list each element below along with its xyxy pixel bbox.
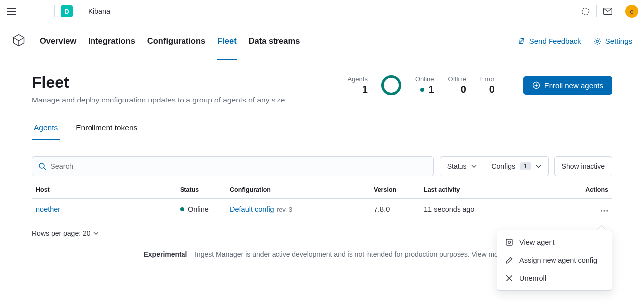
menu-assign-config[interactable]: Assign new agent config — [497, 251, 612, 258]
settings-link[interactable]: Settings — [593, 37, 632, 45]
nav-tab-overview[interactable]: Overview — [40, 34, 76, 48]
hamburger-menu[interactable] — [6, 5, 18, 17]
nav-tab-integrations[interactable]: Integrations — [88, 34, 135, 48]
enroll-button-label: Enroll new agents — [544, 81, 603, 90]
show-inactive-button[interactable]: Show inactive — [554, 156, 612, 176]
sub-tab-agents[interactable]: Agents — [32, 119, 60, 140]
menu-view-agent[interactable]: View agent — [497, 233, 612, 251]
version-cell: 7.8.0 — [370, 199, 420, 221]
space-letter: D — [64, 8, 69, 15]
nav-tab-data-streams[interactable]: Data streams — [249, 34, 300, 48]
stat-online: Online 1 — [415, 75, 434, 95]
actions-context-menu: View agent Assign new agent config Unenr… — [497, 230, 612, 258]
page-description: Manage and deploy configuration updates … — [32, 96, 287, 104]
app-icon — [12, 33, 28, 49]
settings-label: Settings — [605, 37, 632, 45]
inspect-icon — [505, 238, 513, 246]
send-feedback-link[interactable]: Send Feedback — [518, 37, 581, 45]
enroll-button[interactable]: Enroll new agents — [523, 76, 612, 95]
sub-tab-enrollment-tokens[interactable]: Enrollment tokens — [74, 119, 139, 140]
col-actions: Actions — [546, 180, 612, 199]
svg-rect-6 — [604, 210, 605, 212]
search-input[interactable] — [50, 162, 427, 170]
configs-filter[interactable]: Configs 1 — [484, 156, 548, 176]
stat-agents: Agents 1 — [347, 75, 367, 95]
svg-rect-5 — [601, 210, 602, 212]
newsfeed-icon[interactable] — [580, 6, 590, 16]
svg-point-4 — [39, 163, 44, 168]
svg-point-9 — [508, 241, 511, 244]
svg-rect-7 — [607, 210, 608, 212]
col-last-activity: Last activity — [420, 180, 546, 199]
col-configuration: Configuration — [226, 180, 370, 199]
svg-point-2 — [596, 40, 598, 42]
config-link[interactable]: Default config — [230, 205, 274, 213]
row-actions-button[interactable] — [600, 210, 608, 212]
stat-offline: Offline 0 — [448, 75, 466, 95]
configs-count-badge: 1 — [520, 162, 531, 170]
last-activity-cell: 11 seconds ago — [420, 199, 546, 221]
breadcrumb[interactable]: Kibana — [88, 7, 110, 15]
status-cell: Online — [180, 205, 222, 213]
table-row: noether Online Default configrev. 3 7.8.… — [32, 199, 612, 221]
status-filter[interactable]: Status — [440, 156, 485, 176]
svg-point-0 — [582, 8, 589, 15]
avatar[interactable]: e — [625, 5, 638, 18]
mail-icon[interactable] — [603, 6, 613, 16]
col-host: Host — [32, 180, 176, 199]
space-logo[interactable]: D — [61, 5, 73, 17]
donut-chart — [381, 75, 401, 95]
chevron-down-icon — [93, 232, 99, 235]
config-rev: rev. 3 — [277, 206, 293, 213]
nav-tab-fleet[interactable]: Fleet — [217, 34, 237, 60]
status-dot-icon — [180, 207, 184, 211]
col-status: Status — [176, 180, 226, 199]
host-link[interactable]: noether — [36, 205, 60, 213]
send-feedback-label: Send Feedback — [529, 37, 581, 45]
nav-tab-configurations[interactable]: Configurations — [147, 34, 205, 48]
page-title: Fleet — [32, 73, 287, 92]
chevron-down-icon — [536, 165, 541, 168]
avatar-letter: e — [630, 8, 633, 15]
chevron-down-icon — [471, 165, 477, 168]
pencil-icon — [505, 256, 513, 258]
svg-rect-8 — [506, 239, 512, 245]
col-version: Version — [370, 180, 420, 199]
search-box[interactable] — [32, 156, 434, 176]
stat-error: Error 0 — [480, 75, 495, 95]
search-icon — [38, 162, 46, 170]
